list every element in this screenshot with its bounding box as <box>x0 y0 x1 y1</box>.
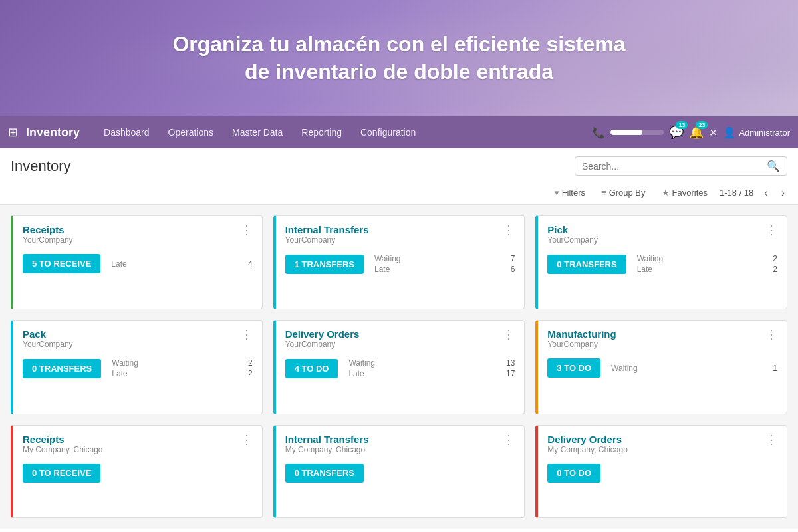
card-body: 3 TO DO Waiting 1 <box>547 358 777 378</box>
card-action-button[interactable]: 0 TRANSFERS <box>23 359 101 378</box>
card-body: 1 TRANSFERS Waiting 7 Late 6 <box>285 254 515 274</box>
notifications-count: 23 <box>696 121 708 129</box>
card-header: Manufacturing YourCompany ⋮ <box>547 329 777 356</box>
card-menu-icon[interactable]: ⋮ <box>503 224 515 236</box>
card-stats: Late 4 <box>111 259 252 269</box>
stat-row: Late 17 <box>348 369 515 378</box>
card-menu-icon[interactable]: ⋮ <box>765 329 777 340</box>
stat-row: Waiting 13 <box>348 358 515 368</box>
card-subtitle: YourCompany <box>285 235 369 245</box>
card-title[interactable]: Delivery Orders <box>547 434 628 445</box>
card-subtitle: My Company, Chicago <box>547 445 628 454</box>
card-menu-icon[interactable]: ⋮ <box>241 434 253 446</box>
card-header: Internal Transfers My Company, Chicago ⋮ <box>285 434 515 461</box>
card-subtitle: YourCompany <box>23 235 73 245</box>
card-subtitle: YourCompany <box>547 235 598 245</box>
nav-dashboard[interactable]: Dashboard <box>96 123 158 142</box>
groupby-button[interactable]: ≡ Group By <box>597 185 650 200</box>
stat-value: 2 <box>248 358 253 368</box>
stat-value: 6 <box>511 265 515 274</box>
card-title[interactable]: Receipts <box>23 224 73 235</box>
nav-reporting[interactable]: Reporting <box>293 123 350 142</box>
nav-configuration[interactable]: Configuration <box>352 123 424 142</box>
card-menu-icon[interactable]: ⋮ <box>765 434 777 446</box>
card-stats: Waiting 13 Late 17 <box>348 358 515 378</box>
grid-icon[interactable]: ⊞ <box>8 125 18 140</box>
card-action-button[interactable]: 0 TO RECEIVE <box>23 464 100 483</box>
card-action-button[interactable]: 0 TRANSFERS <box>285 464 364 483</box>
card-stats: Waiting 1 <box>611 364 777 373</box>
card-action-button[interactable]: 0 TRANSFERS <box>547 255 626 274</box>
stat-row: Waiting 2 <box>112 358 252 368</box>
card-title[interactable]: Delivery Orders <box>285 329 360 340</box>
card-action-button[interactable]: 1 TRANSFERS <box>285 255 364 274</box>
card-title[interactable]: Pick <box>547 224 598 235</box>
page-title: Inventory <box>11 158 71 175</box>
card-stats: Waiting 7 Late 6 <box>374 254 515 274</box>
card-body: 0 TO RECEIVE <box>23 464 253 483</box>
search-bar[interactable]: 🔍 <box>575 156 787 176</box>
card-menu-icon[interactable]: ⋮ <box>503 434 515 446</box>
card-action-button[interactable]: 5 TO RECEIVE <box>23 254 100 273</box>
nav-operations[interactable]: Operations <box>160 123 221 142</box>
stat-label: Waiting <box>374 254 401 263</box>
card-title[interactable]: Pack <box>23 329 73 340</box>
card-title[interactable]: Internal Transfers <box>285 224 369 235</box>
card-manufacturing-yourcompany: Manufacturing YourCompany ⋮ 3 TO DO Wait… <box>535 320 787 414</box>
messages-count: 13 <box>676 121 688 129</box>
filters-label: Filters <box>562 188 585 198</box>
card-internal-transfers-chicago: Internal Transfers My Company, Chicago ⋮… <box>273 425 525 518</box>
card-header: Receipts My Company, Chicago ⋮ <box>23 434 253 461</box>
user-name: Administrator <box>739 128 790 138</box>
card-body: 0 TO DO <box>547 464 777 483</box>
stat-label: Waiting <box>348 358 375 368</box>
card-title[interactable]: Manufacturing <box>547 329 616 340</box>
stat-row: Late 4 <box>111 259 252 269</box>
card-header: Delivery Orders YourCompany ⋮ <box>285 329 515 356</box>
card-action-button[interactable]: 4 TO DO <box>285 359 338 378</box>
stat-value: 17 <box>506 369 515 378</box>
card-title[interactable]: Receipts <box>23 434 103 445</box>
nav-masterdata[interactable]: Master Data <box>224 123 291 142</box>
stat-label: Late <box>637 265 652 274</box>
stat-label: Waiting <box>637 254 664 263</box>
card-menu-icon[interactable]: ⋮ <box>765 224 777 236</box>
nav-right: 📞 💬 13 🔔 23 ✕ 👤 Administrator <box>592 125 790 140</box>
groupby-label: Group By <box>609 188 646 198</box>
favorites-button[interactable]: ★ Favorites <box>658 185 712 200</box>
filters-button[interactable]: ▾ Filters <box>551 185 589 200</box>
card-menu-icon[interactable]: ⋮ <box>241 329 253 340</box>
toolbar: ▾ Filters ≡ Group By ★ Favorites 1-18 / … <box>11 181 787 204</box>
nav-links: Dashboard Operations Master Data Reporti… <box>96 123 587 142</box>
card-internal-transfers-yourcompany: Internal Transfers YourCompany ⋮ 1 TRANS… <box>273 215 525 309</box>
card-action-button[interactable]: 0 TO DO <box>547 464 600 483</box>
groupby-icon: ≡ <box>601 188 606 198</box>
stat-label: Waiting <box>112 358 138 368</box>
stat-row: Waiting 7 <box>374 254 515 263</box>
card-title[interactable]: Internal Transfers <box>285 434 369 445</box>
card-body: 4 TO DO Waiting 13 Late 17 <box>285 358 515 378</box>
card-body: 0 TRANSFERS <box>285 464 515 483</box>
search-input[interactable] <box>582 161 767 172</box>
stat-value: 7 <box>511 254 515 263</box>
next-page-button[interactable]: › <box>779 186 787 200</box>
settings-icon[interactable]: ✕ <box>709 126 718 139</box>
notifications-badge[interactable]: 🔔 23 <box>689 125 704 140</box>
card-pack-yourcompany: Pack YourCompany ⋮ 0 TRANSFERS Waiting 2… <box>11 320 263 414</box>
hero-title: Organiza tu almacén con el eficiente sis… <box>172 31 625 86</box>
card-action-button[interactable]: 3 TO DO <box>547 358 600 378</box>
user-menu[interactable]: 👤 Administrator <box>723 126 790 139</box>
card-stats: Waiting 2 Late 2 <box>112 358 252 378</box>
card-header: Pack YourCompany ⋮ <box>23 329 253 356</box>
favorites-label: Favorites <box>672 188 708 198</box>
prev-page-button[interactable]: ‹ <box>761 186 770 200</box>
nav-brand[interactable]: Inventory <box>26 126 80 140</box>
phone-icon[interactable]: 📞 <box>592 126 605 139</box>
card-menu-icon[interactable]: ⋮ <box>241 224 253 236</box>
card-header: Pick YourCompany ⋮ <box>547 224 777 251</box>
stat-value: 2 <box>248 369 253 378</box>
hero-section: Organiza tu almacén con el eficiente sis… <box>0 0 798 116</box>
card-menu-icon[interactable]: ⋮ <box>503 329 515 340</box>
page-header: Inventory 🔍 ▾ Filters ≡ Group By ★ Favor… <box>0 148 798 205</box>
messages-badge[interactable]: 💬 13 <box>669 125 684 140</box>
